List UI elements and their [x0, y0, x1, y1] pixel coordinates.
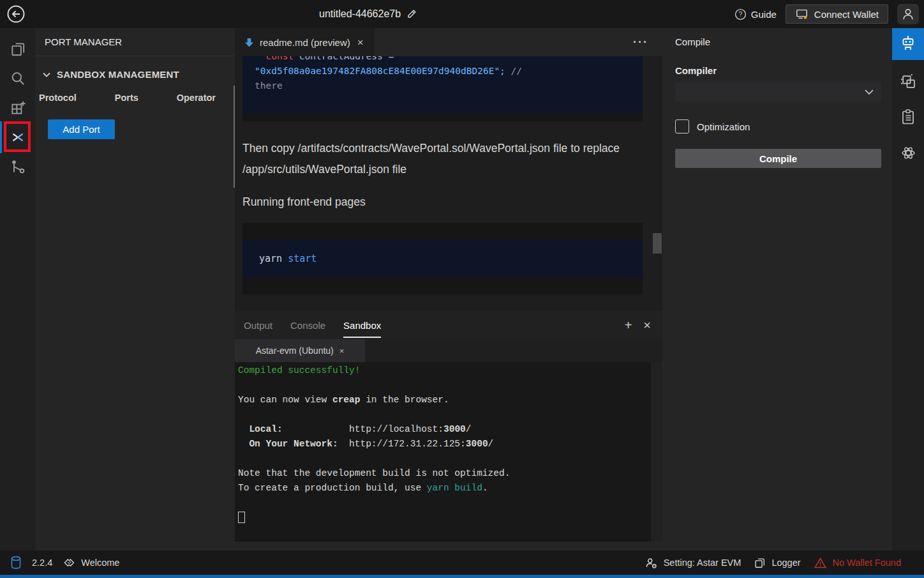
project-title-group: untitled-44662e7b — [319, 0, 417, 28]
terminal-note-1: Note that the development build is not o… — [238, 468, 510, 478]
edit-pencil-icon[interactable] — [406, 8, 417, 20]
terminal-view-pre: You can now view — [238, 395, 332, 405]
sandbox-management-section[interactable]: SANDBOX MANAGEMENT — [35, 56, 235, 80]
terminal-scrollbar[interactable] — [651, 362, 662, 542]
back-arrow-icon — [6, 4, 26, 24]
avatar-button[interactable] — [897, 4, 919, 24]
title-bar: untitled-44662e7b ? Guide Connect Wallet — [0, 0, 924, 28]
compiler-select[interactable] — [675, 82, 881, 102]
clipboard-icon[interactable] — [892, 102, 924, 132]
terminal-local-gap — [283, 424, 349, 434]
add-port-button[interactable]: Add Port — [48, 119, 115, 139]
sandbox-session-row: Astar-evm (Ubuntu) × — [235, 339, 662, 362]
optimization-label: Optimization — [697, 121, 750, 132]
terminal-note-2-pre: To create a production build, use — [238, 483, 427, 493]
setting-label: Setting: Astar EVM — [664, 558, 741, 568]
code-comment-wrap: there — [255, 80, 283, 91]
session-close-icon[interactable]: × — [339, 346, 345, 356]
guide-label: Guide — [751, 9, 777, 20]
no-wallet-warning[interactable]: No Wallet Found — [814, 556, 901, 570]
terminal-local-slash: / — [466, 424, 472, 434]
code-block-footer — [242, 113, 643, 121]
markdown-preview-content: const contractAddress = "0xd5f08a0ae1974… — [235, 56, 662, 311]
handshake-icon — [63, 556, 75, 569]
welcome-label: Welcome — [81, 558, 119, 568]
status-bar-right: Setting: Astar EVM Logger No Wallet Foun… — [645, 556, 901, 570]
wallet-icon — [795, 8, 809, 20]
terminal-output: Compiled successfully! You can now view … — [235, 362, 662, 542]
guide-button[interactable]: ? Guide — [734, 8, 777, 20]
active-indicator — [0, 121, 2, 153]
terminal-network-label: On Your Network: — [249, 439, 338, 449]
column-ports: Ports — [115, 93, 138, 103]
session-tab-astar-evm[interactable]: Astar-evm (Ubuntu) × — [235, 339, 365, 362]
panel-actions: + × — [625, 319, 651, 331]
user-icon — [901, 7, 915, 21]
connect-wallet-label: Connect Wallet — [814, 9, 879, 20]
openai-icon[interactable] — [892, 138, 924, 167]
code-command: yarn — [259, 253, 288, 264]
code-indent — [255, 56, 265, 61]
editor-scrollbar-thumb[interactable] — [653, 233, 662, 254]
terminal-compiled-line: Compiled successfully! — [238, 365, 360, 376]
terminal-cursor — [238, 512, 245, 523]
markdown-preview-icon — [244, 37, 255, 48]
terminal-network-url: http://172.31.22.125: — [349, 439, 466, 449]
terminal-network-gap — [338, 439, 349, 449]
code-comment-start: // — [505, 66, 522, 76]
terminal-yarn-build: yarn build — [427, 483, 482, 493]
tab-label: readme.md (preview) — [260, 37, 350, 48]
extensions-icon[interactable] — [0, 93, 35, 123]
title-bar-actions: ? Guide Connect Wallet — [734, 0, 919, 28]
deploy-interact-icon[interactable] — [892, 66, 924, 96]
terminal-network-port: 3000 — [466, 439, 488, 449]
connect-wallet-button[interactable]: Connect Wallet — [786, 4, 888, 24]
status-bar-left: 2.2.4 Welcome — [10, 556, 119, 570]
tab-output[interactable]: Output — [244, 311, 272, 339]
main-area: PORT MANAGER SANDBOX MANAGEMENT Protocol… — [0, 28, 924, 551]
close-panel-icon[interactable]: × — [643, 319, 651, 331]
compile-panel-title: Compile — [662, 28, 892, 56]
database-icon — [10, 556, 22, 570]
tab-readme-preview[interactable]: readme.md (preview) × — [235, 28, 375, 56]
terminal-app-name: creap — [332, 395, 361, 405]
port-manager-icon[interactable] — [0, 123, 35, 152]
back-button[interactable] — [6, 4, 26, 24]
compile-button[interactable]: Compile — [675, 149, 881, 168]
editor-more-actions-icon[interactable]: ··· — [633, 36, 648, 49]
code-block-yarn-start: yarn start — [242, 223, 643, 294]
port-manager-sidebar: PORT MANAGER SANDBOX MANAGEMENT Protocol… — [35, 28, 235, 551]
terminal-local-port: 3000 — [443, 424, 466, 434]
compile-panel: Compile Compiler Optimization Compile — [662, 28, 892, 551]
compiler-label: Compiler — [675, 65, 881, 76]
tab-sandbox[interactable]: Sandbox — [343, 311, 381, 339]
bottom-panel: Output Console Sandbox + × Astar-evm (Ub… — [235, 311, 662, 551]
chevron-down-icon — [41, 70, 52, 80]
terminal-network-slash: / — [488, 439, 494, 449]
svg-text:?: ? — [738, 11, 742, 18]
optimization-checkbox[interactable] — [675, 119, 689, 133]
setting-button[interactable]: Setting: Astar EVM — [645, 556, 741, 570]
project-title: untitled-44662e7b — [319, 8, 401, 20]
git-graph-icon[interactable] — [0, 152, 35, 181]
code-keyword: const — [265, 56, 294, 61]
warning-triangle-icon — [814, 556, 827, 570]
code-declaration: contractAddress = — [294, 56, 394, 61]
files-icon[interactable] — [0, 34, 35, 64]
logger-button[interactable]: Logger — [754, 557, 800, 569]
terminal-note-2-post: . — [482, 483, 488, 493]
user-setting-icon — [645, 556, 658, 570]
optimization-row: Optimization — [675, 119, 881, 133]
robot-compile-icon[interactable] — [892, 28, 924, 60]
tab-close-icon[interactable]: × — [355, 36, 366, 49]
terminal-local-url: http://localhost: — [349, 424, 443, 434]
welcome-button[interactable]: Welcome — [63, 556, 119, 569]
status-bar: 2.2.4 Welcome Setting: Astar EVM Logger … — [0, 551, 924, 578]
search-icon[interactable] — [0, 64, 35, 93]
terminal-view-post: in the browser. — [360, 395, 449, 405]
logger-pages-icon — [754, 557, 766, 569]
ports-table-header: Protocol Ports Operator — [35, 80, 235, 103]
add-terminal-icon[interactable]: + — [625, 319, 632, 331]
left-activity-bar — [0, 28, 35, 551]
tab-console[interactable]: Console — [290, 311, 325, 339]
